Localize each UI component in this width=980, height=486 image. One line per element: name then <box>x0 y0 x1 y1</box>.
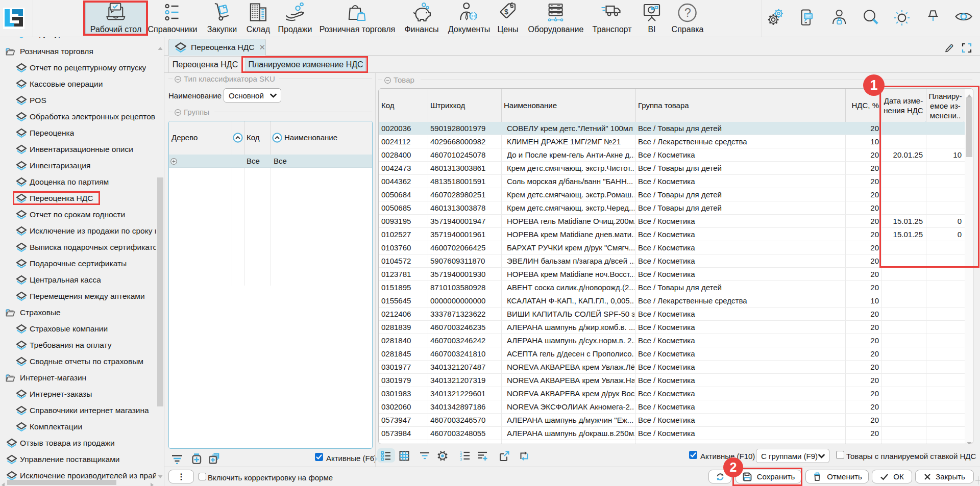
svg-text:?: ? <box>684 6 691 19</box>
svg-text:3: 3 <box>460 457 462 462</box>
svg-text:$: $ <box>504 8 508 16</box>
